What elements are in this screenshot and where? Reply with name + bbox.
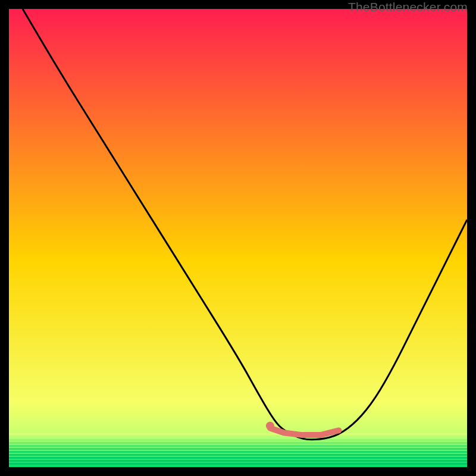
svg-rect-6 xyxy=(9,451,467,453)
svg-rect-3 xyxy=(9,442,467,444)
svg-rect-5 xyxy=(9,448,467,450)
svg-rect-7 xyxy=(9,454,467,456)
gradient-background xyxy=(9,9,467,467)
svg-rect-2 xyxy=(9,439,467,441)
bottleneck-chart xyxy=(9,9,467,467)
svg-rect-4 xyxy=(9,445,467,447)
chart-frame: TheBottlenecker.com xyxy=(0,0,476,476)
green-band-stripes xyxy=(9,433,467,465)
watermark-text: TheBottlenecker.com xyxy=(348,0,468,14)
svg-rect-10 xyxy=(9,463,467,465)
highlight-point xyxy=(266,422,274,430)
svg-rect-8 xyxy=(9,457,467,459)
svg-rect-9 xyxy=(9,460,467,462)
svg-rect-0 xyxy=(9,433,467,435)
svg-rect-1 xyxy=(9,436,467,438)
